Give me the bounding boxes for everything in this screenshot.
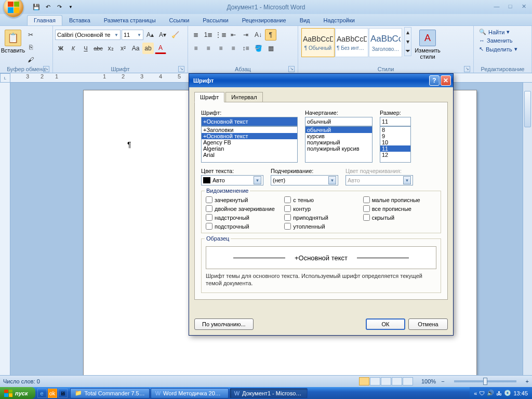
zoom-in-button[interactable]: + xyxy=(526,378,529,384)
tray-chevron-icon[interactable]: « xyxy=(474,390,477,396)
indent-increase-button[interactable]: ⇥ xyxy=(240,29,251,41)
bullets-button[interactable]: ≣ xyxy=(190,29,202,41)
tab-review[interactable]: Рецензирование xyxy=(235,15,293,25)
zoom-value[interactable]: 100% xyxy=(421,378,436,384)
view-web[interactable] xyxy=(381,377,391,385)
align-right-button[interactable]: ≡ xyxy=(215,43,227,54)
list-item[interactable]: +Заголовки xyxy=(202,127,297,133)
subscript-button[interactable]: x₂ xyxy=(105,43,116,54)
effect-checkbox[interactable]: малые прописные xyxy=(363,196,436,203)
list-item[interactable]: +Основной текст xyxy=(202,133,297,139)
paragraph-launcher-icon[interactable]: ↘ xyxy=(288,66,295,72)
view-print-layout[interactable] xyxy=(359,377,369,385)
dialog-help-button[interactable]: ? xyxy=(429,75,440,86)
minimize-button[interactable]: — xyxy=(491,2,502,10)
ql-desktop-icon[interactable]: 🖥 xyxy=(58,389,68,398)
font-name-combo[interactable]: Calibri (Основной те▼ xyxy=(55,30,121,40)
replace-button[interactable]: ↔Заменить xyxy=(478,37,518,44)
task-document1[interactable]: WДокумент1 - Microso… xyxy=(230,388,308,398)
ql-ie-icon[interactable]: e xyxy=(37,389,47,398)
list-item[interactable]: 12 xyxy=(380,152,410,158)
tray-sound-icon[interactable]: 🔊 xyxy=(487,390,494,396)
clock[interactable]: 13:45 xyxy=(513,390,528,396)
task-total-commander[interactable]: 📁Total Commander 7.5… xyxy=(70,388,150,398)
sort-button[interactable]: A↓ xyxy=(252,29,264,41)
save-icon[interactable]: 💾 xyxy=(32,3,41,11)
font-size-combo[interactable]: 11▼ xyxy=(122,30,143,40)
effect-checkbox[interactable]: утопленный xyxy=(284,223,357,230)
gallery-down-icon[interactable]: ▾ xyxy=(405,37,411,46)
effect-checkbox[interactable]: с тенью xyxy=(284,196,357,203)
justify-button[interactable]: ≡ xyxy=(228,43,239,54)
redo-icon[interactable]: ↷ xyxy=(55,3,63,11)
cancel-button[interactable]: Отмена xyxy=(408,318,448,330)
cut-button[interactable]: ✂ xyxy=(25,29,36,41)
dialog-tab-spacing[interactable]: Интервал xyxy=(225,92,262,102)
close-window-button[interactable]: ✕ xyxy=(518,2,529,10)
shading-button[interactable]: 🪣 xyxy=(252,43,264,54)
tab-layout[interactable]: Разметка страницы xyxy=(97,15,163,25)
tab-view[interactable]: Вид xyxy=(293,15,317,25)
list-item[interactable]: 10 xyxy=(380,139,410,145)
style-normal[interactable]: AaBbCcDd¶ Обычный xyxy=(301,28,335,57)
ok-button[interactable]: ОК xyxy=(366,318,405,330)
list-item[interactable]: 9 xyxy=(380,133,410,139)
style-heading[interactable]: AaBbCcЗаголово… xyxy=(369,28,402,57)
styles-gallery[interactable]: AaBbCcDd¶ Обычный AaBbCcDd¶ Без инте… Aa… xyxy=(300,27,403,58)
highlight-button[interactable]: ab xyxy=(142,43,154,54)
underline-combo[interactable]: (нет)▼ xyxy=(271,175,338,185)
italic-button[interactable]: К xyxy=(68,43,79,54)
view-outline[interactable] xyxy=(392,377,402,385)
clipboard-launcher-icon[interactable]: ↘ xyxy=(43,66,49,72)
tab-references[interactable]: Ссылки xyxy=(163,15,196,25)
undo-icon[interactable]: ↶ xyxy=(44,3,52,11)
font-color-button[interactable]: A xyxy=(155,43,166,54)
grow-font-button[interactable]: A▴ xyxy=(144,29,156,41)
list-item[interactable]: Agency FB xyxy=(202,139,297,145)
shrink-font-button[interactable]: A▾ xyxy=(157,29,168,41)
tray-shield-icon[interactable]: 🛡 xyxy=(479,390,485,396)
list-item[interactable]: 8 xyxy=(380,127,410,133)
change-styles-button[interactable]: A Изменить стили xyxy=(413,27,443,62)
list-item[interactable]: обычный xyxy=(305,127,372,133)
format-painter-button[interactable]: 🖌 xyxy=(25,54,36,65)
strike-button[interactable]: abc xyxy=(92,43,104,54)
zoom-slider[interactable] xyxy=(454,380,516,382)
list-item[interactable]: 11 xyxy=(380,145,410,152)
ql-ok-icon[interactable]: ok xyxy=(48,389,57,398)
font-color-combo[interactable]: Авто▼ xyxy=(201,175,263,185)
font-listbox[interactable]: +Заголовки+Основной текстAgency FBAlgeri… xyxy=(201,126,298,163)
view-full-screen[interactable] xyxy=(370,377,380,385)
list-item[interactable]: полужирный xyxy=(305,139,372,145)
paste-button[interactable]: 📋 Вставить xyxy=(2,27,24,56)
copy-button[interactable]: ⎘ xyxy=(25,42,36,53)
effect-checkbox[interactable]: скрытый xyxy=(363,214,436,221)
default-button[interactable]: По умолчанию... xyxy=(194,318,254,330)
underline-button[interactable]: Ч xyxy=(80,43,91,54)
style-listbox[interactable]: обычныйкурсивполужирныйполужирный курсив xyxy=(305,126,373,163)
style-no-spacing[interactable]: AaBbCcDd¶ Без инте… xyxy=(335,28,368,57)
align-left-button[interactable]: ≡ xyxy=(190,43,202,54)
effect-checkbox[interactable]: все прописные xyxy=(363,205,436,212)
view-draft[interactable] xyxy=(403,377,413,385)
select-button[interactable]: ↖Выделить ▾ xyxy=(478,45,518,53)
list-item[interactable]: курсив xyxy=(305,133,372,139)
word-count[interactable]: Число слов: 0 xyxy=(3,378,40,384)
clear-format-button[interactable]: 🧹 xyxy=(169,29,181,41)
list-item[interactable]: Arial xyxy=(202,152,297,158)
vertical-ruler[interactable] xyxy=(0,73,10,375)
tab-home[interactable]: Главная xyxy=(27,15,62,25)
font-launcher-icon[interactable]: ↘ xyxy=(178,66,184,72)
start-button[interactable]: пуск xyxy=(0,387,35,399)
tray-network-icon[interactable]: 🖧 xyxy=(496,390,502,396)
numbering-button[interactable]: 1≣ xyxy=(203,29,214,41)
tray-disc-icon[interactable]: 💿 xyxy=(504,390,511,396)
tab-addins[interactable]: Надстройки xyxy=(317,15,362,25)
borders-button[interactable]: ▦ xyxy=(265,43,276,54)
tab-insert[interactable]: Вставка xyxy=(62,15,97,25)
task-word-method[interactable]: WWord Методичка 20… xyxy=(151,388,229,398)
list-item[interactable]: полужирный курсив xyxy=(305,145,372,152)
size-input[interactable] xyxy=(380,117,411,126)
zoom-out-button[interactable]: − xyxy=(441,378,444,384)
styles-launcher-icon[interactable]: ↘ xyxy=(464,66,470,72)
